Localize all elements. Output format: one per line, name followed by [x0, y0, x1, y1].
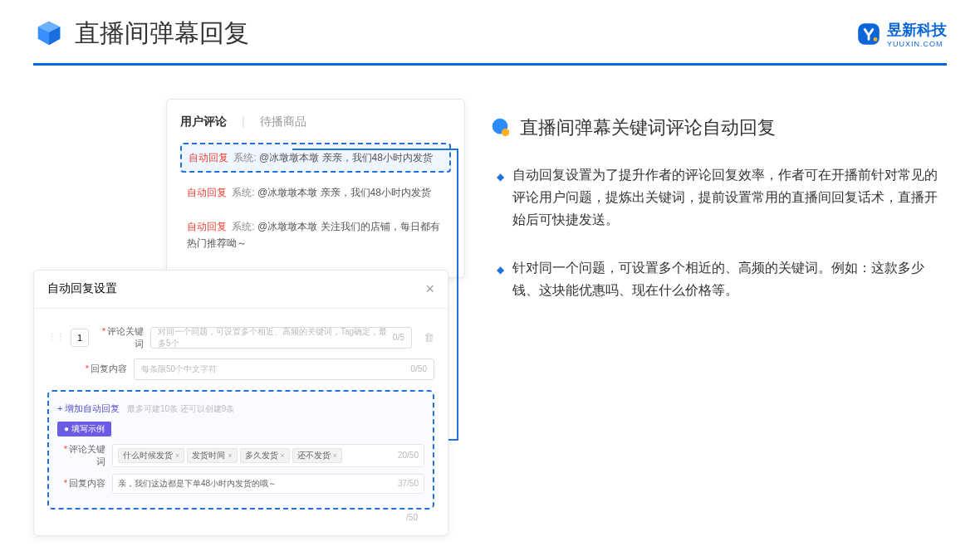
content-counter: 0/50 [411, 364, 427, 373]
add-auto-reply-link[interactable]: + 增加自动回复 [57, 403, 120, 413]
system-tag: 系统: [232, 221, 254, 232]
tag-remove-icon[interactable]: × [228, 451, 232, 460]
keyword-label: *评论关键词 [96, 325, 144, 350]
example-keyword-input[interactable]: 什么时候发货×发货时间×多久发货×还不发货× 20/50 [112, 444, 424, 467]
section-title: 直播间弹幕关键词评论自动回复 [520, 115, 776, 140]
brand-icon [855, 21, 882, 47]
keyword-tag[interactable]: 多久发货× [240, 448, 290, 463]
auto-reply-settings-panel: 自动回复设置 × ⋮⋮ *评论关键词 对同一个问题，可设置多个相近、高频的关键词… [33, 270, 448, 536]
content-input[interactable]: 每条限50个中文字符 0/50 [134, 358, 434, 380]
brand-logo: 昱新科技 YUUXIN.COM [855, 20, 947, 48]
diamond-icon: ◆ [497, 261, 504, 301]
comment-text: @冰墩墩本墩 亲亲，我们48小时内发货 [257, 187, 431, 198]
svg-point-1 [874, 37, 878, 41]
comments-panel: 用户评论 | 待播商品 自动回复 系统: @冰墩墩本墩 亲亲，我们48小时内发货… [166, 99, 465, 278]
example-highlight-box: + 增加自动回复 最多可建10条 还可以创建9条 ● 填写示例 *评论关键词 什… [47, 390, 434, 510]
bullet-item: ◆ 针对同一个问题，可设置多个相近的、高频的关键词。例如：这款多少钱、这块能优惠… [490, 256, 947, 301]
tab-separator: | [242, 115, 245, 129]
brand-name-cn: 昱新科技 [887, 20, 947, 40]
keyword-tag[interactable]: 还不发货× [292, 448, 342, 463]
comment-row-highlighted: 自动回复 系统: @冰墩墩本墩 亲亲，我们48小时内发货 [180, 143, 451, 173]
svg-point-3 [502, 129, 509, 136]
tag-remove-icon[interactable]: × [175, 451, 179, 460]
section-bubble-icon [490, 117, 512, 139]
content-label: *回复内容 [79, 363, 127, 375]
bullet-text: 针对同一个问题，可设置多个相近的、高频的关键词。例如：这款多少钱、这块能优惠吗、… [512, 256, 947, 301]
keyword-counter: 0/5 [393, 333, 404, 342]
comment-row: 自动回复 系统: @冰墩墩本墩 关注我们的店铺，每日都有热门推荐呦～ [180, 213, 451, 257]
example-kw-counter: 20/50 [398, 451, 419, 460]
page-title: 直播间弹幕回复 [75, 17, 249, 51]
close-icon[interactable]: × [425, 280, 434, 298]
tag-remove-icon[interactable]: × [281, 451, 285, 460]
bullet-item: ◆ 自动回复设置为了提升作者的评论回复效率，作者可在开播前针对常见的评论用户问题… [490, 163, 947, 232]
system-tag: 系统: [233, 152, 256, 163]
tab-pending-products[interactable]: 待播商品 [260, 115, 306, 129]
order-input[interactable] [71, 329, 89, 347]
tag-list: 什么时候发货×发货时间×多久发货×还不发货× [118, 448, 345, 463]
keyword-tag[interactable]: 发货时间× [187, 448, 237, 463]
example-content-label: *回复内容 [57, 477, 105, 490]
bullet-text: 自动回复设置为了提升作者的评论回复效率，作者可在开播前针对常见的评论用户问题，提… [512, 163, 947, 232]
drag-handle-icon[interactable]: ⋮⋮ [47, 332, 64, 343]
example-content-input[interactable]: 亲，我们这边都是下单48小时内发货的哦～ 37/50 [112, 474, 424, 494]
keyword-input[interactable]: 对同一个问题，可设置多个相近、高频的关键词，Tag确定，最多5个 0/5 [150, 327, 412, 349]
diamond-icon: ◆ [497, 168, 504, 232]
example-content-counter: 37/50 [398, 479, 419, 488]
auto-reply-tag: 自动回复 [187, 221, 227, 232]
auto-reply-tag: 自动回复 [189, 152, 228, 163]
cube-icon [33, 18, 65, 50]
comment-text: @冰墩墩本墩 亲亲，我们48小时内发货 [259, 152, 433, 163]
tab-user-comments[interactable]: 用户评论 [180, 115, 227, 129]
system-tag: 系统: [232, 187, 254, 198]
keyword-tag[interactable]: 什么时候发货× [118, 448, 184, 463]
footer-counter: /50 [47, 513, 434, 522]
tag-remove-icon[interactable]: × [333, 451, 337, 460]
trash-icon[interactable]: 🗑 [424, 331, 434, 344]
auto-reply-tag: 自动回复 [187, 187, 227, 198]
comment-row: 自动回复 系统: @冰墩墩本墩 亲亲，我们48小时内发货 [180, 179, 451, 206]
example-keyword-label: *评论关键词 [57, 443, 105, 468]
brand-name-en: YUUXIN.COM [887, 40, 947, 48]
panel-title: 自动回复设置 [47, 281, 117, 296]
example-badge: ● 填写示例 [57, 422, 111, 436]
add-hint-text: 最多可建10条 还可以创建9条 [127, 404, 234, 413]
